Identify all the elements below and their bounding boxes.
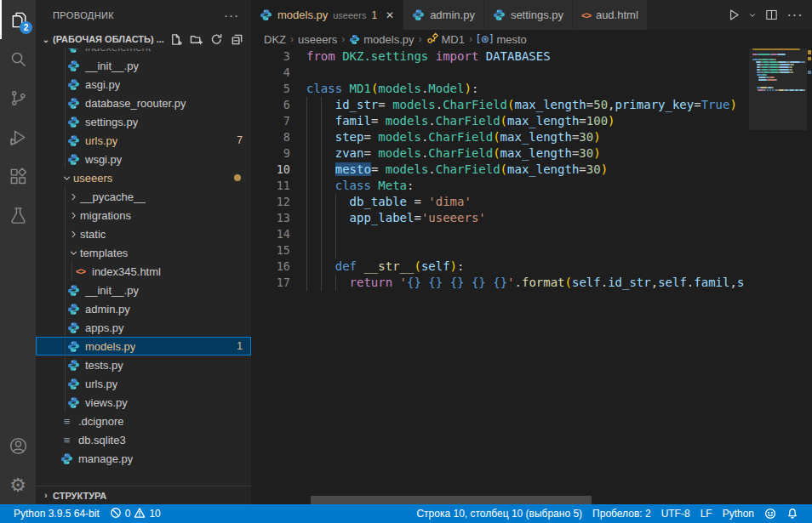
code-token: max_length <box>514 98 586 111</box>
tree-item-migrations[interactable]: migrations <box>36 206 251 225</box>
minimap[interactable] <box>749 48 807 504</box>
breadcrumb-item-dkz[interactable]: DKZ <box>264 33 286 46</box>
activity-settings[interactable]: ⚙ <box>0 465 36 504</box>
new-file-icon[interactable] <box>168 31 183 47</box>
code-token: models <box>386 114 429 128</box>
activity-run-debug[interactable] <box>0 117 36 156</box>
minimap-segment <box>790 61 799 63</box>
tree-item-views-py[interactable]: views.py <box>36 393 251 412</box>
new-folder-icon[interactable] <box>188 31 203 47</box>
workspace-section-header[interactable]: ⌄ (РАБОЧАЯ ОБЛАСТЬ) ... <box>36 30 251 48</box>
line-number: 9 <box>251 145 290 162</box>
tree-item-urls-py[interactable]: urls.py <box>36 374 251 393</box>
code-token: ( <box>414 259 420 273</box>
status-label: UTF-8 <box>661 508 690 520</box>
tree-item-indexelement[interactable]: indexelement <box>36 48 251 56</box>
code-line-5[interactable]: 5class MD1(models.Model): <box>251 81 749 97</box>
code-line-9[interactable]: 9 zvan= models.CharField(max_length=30) <box>251 145 749 162</box>
breadcrumb-item-models-py[interactable]: models.py <box>349 33 414 46</box>
ruler-decoration <box>808 50 811 54</box>
tree-item-urls-py[interactable]: urls.py7 <box>36 131 251 150</box>
py-file-icon <box>412 9 425 21</box>
tree-item-asgi-py[interactable]: asgi.py <box>36 75 251 94</box>
overview-ruler <box>807 48 812 504</box>
code-line-4[interactable]: 4 <box>251 65 749 81</box>
tree-item-templates[interactable]: templates <box>36 243 251 262</box>
tab-aud-html[interactable]: <>aud.html <box>573 0 648 30</box>
tree-item-admin-py[interactable]: admin.py <box>36 299 251 318</box>
code-line-3[interactable]: 3from DKZ.settings import DATABASES <box>251 48 749 65</box>
code-line-8[interactable]: 8 step= models.CharField(max_length=30) <box>251 129 749 145</box>
tree-item--dcignore[interactable]: ≡.dcignore <box>36 412 251 430</box>
breadcrumb-item-useeers[interactable]: useeers <box>298 33 337 46</box>
status-language-mode[interactable]: Python <box>718 504 759 523</box>
tree-item-tests-py[interactable]: tests.py <box>36 355 251 374</box>
activity-source-control[interactable] <box>0 78 36 117</box>
breadcrumb-item-mesto[interactable]: [⊛]mesto <box>477 33 527 46</box>
activity-search[interactable] <box>0 39 36 78</box>
tree-item-label: tests.py <box>85 359 123 372</box>
outline-section-header[interactable]: › СТРУКТУРА <box>36 486 251 504</box>
tree-item-wsgi-py[interactable]: wsgi.py <box>36 150 251 168</box>
code-token: , <box>651 276 658 289</box>
code-line-12[interactable]: 12 db_table = 'dima' <box>251 194 749 210</box>
run-button[interactable] <box>723 5 744 26</box>
tree-item-index345-html[interactable]: <>index345.html <box>36 262 251 281</box>
close-icon[interactable]: ✕ <box>386 9 394 21</box>
tree-item-database-roouter-py[interactable]: database_roouter.py <box>36 94 251 112</box>
code-line-7[interactable]: 7 famil= models.CharField(max_length=100… <box>251 113 749 129</box>
code-token: = <box>579 162 586 176</box>
status-feedback[interactable] <box>759 504 781 523</box>
chevron-down-icon: ⌄ <box>39 35 53 44</box>
status-encoding[interactable]: UTF-8 <box>656 504 695 523</box>
collapse-all-icon[interactable] <box>229 31 244 47</box>
activity-testing[interactable] <box>0 196 36 235</box>
activity-explorer[interactable]: 2 <box>0 0 36 39</box>
code-line-10[interactable]: 10 mesto= models.CharField(max_length=30… <box>251 162 749 178</box>
code-line-14[interactable]: 14 <box>251 226 749 242</box>
tree-item-models-py[interactable]: models.py1 <box>36 337 251 355</box>
minimap-segment <box>770 64 779 65</box>
status-cursor-position[interactable]: Строка 10, столбец 10 (выбрано 5) <box>411 504 587 523</box>
activity-account[interactable] <box>0 426 36 465</box>
tab-settings-py[interactable]: settings.py <box>484 0 573 30</box>
status-eol[interactable]: LF <box>695 504 718 523</box>
tree-item-db-sqlite3[interactable]: ≡db.sqlite3 <box>36 430 251 449</box>
status-problems[interactable]: 010 <box>105 504 166 523</box>
code-token: = <box>414 211 420 225</box>
breadcrumb-item-md1[interactable]: MD1 <box>426 32 465 47</box>
horizontal-scrollbar[interactable] <box>311 496 592 504</box>
code-line-6[interactable]: 6 id_str= models.CharField(max_length=50… <box>251 97 749 113</box>
tree-item-useeers[interactable]: useeers <box>36 168 251 187</box>
code-line-16[interactable]: 16 def __str__(self): <box>251 259 749 275</box>
tree-item-manage-py[interactable]: manage.py <box>36 449 251 468</box>
code-line-15[interactable]: 15 <box>251 242 749 259</box>
run-dropdown-button[interactable] <box>747 5 758 26</box>
tree-item--pycache-[interactable]: __pycache__ <box>36 187 251 206</box>
views-more-icon[interactable]: ··· <box>224 8 239 22</box>
html-icon: <> <box>76 266 85 276</box>
tree-item--init-py[interactable]: __init__.py <box>36 56 251 75</box>
code-token: self <box>658 276 687 289</box>
py-file-icon <box>66 340 81 353</box>
activity-extensions[interactable] <box>0 156 36 196</box>
status-python-version[interactable]: Python 3.9.5 64-bit <box>9 504 105 523</box>
split-editor-button[interactable] <box>761 5 781 26</box>
tab-models-py[interactable]: models.pyuseeers1✕ <box>251 0 403 30</box>
tree-item-settings-py[interactable]: settings.py <box>36 112 251 131</box>
status-notifications[interactable] <box>781 504 803 523</box>
code-line-17[interactable]: 17 return '{} {} {} {} {}'.format(self.i… <box>251 275 749 291</box>
code-editor[interactable]: 3from DKZ.settings import DATABASES45cla… <box>251 48 812 504</box>
code-token: famil <box>694 276 729 289</box>
tree-item-apps-py[interactable]: apps.py <box>36 318 251 337</box>
tree-item-static[interactable]: static <box>36 225 251 243</box>
code-line-11[interactable]: 11 class Meta: <box>251 178 749 194</box>
status-indentation[interactable]: Пробелов: 2 <box>587 504 656 523</box>
indent-guide <box>306 113 307 129</box>
code-token: = <box>586 98 593 111</box>
refresh-icon[interactable] <box>209 31 224 47</box>
code-line-13[interactable]: 13 app_label='useeers' <box>251 210 749 226</box>
tab-admin-py[interactable]: admin.py <box>403 0 484 30</box>
more-actions-button[interactable]: ··· <box>785 5 805 26</box>
tree-item--init-py[interactable]: __init__.py <box>36 281 251 299</box>
